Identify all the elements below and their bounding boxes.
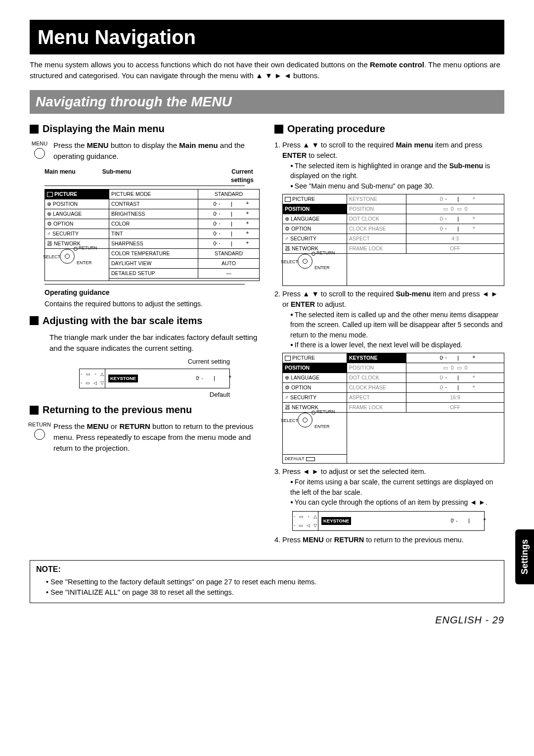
- main-menu-diagram: PICTURE ⊕POSITION ⊕LANGUAGE ⚙OPTION ♂SEC…: [44, 189, 260, 281]
- square-icon: [30, 125, 39, 134]
- side-tab-settings: Settings: [515, 529, 534, 584]
- note-1: See "Resetting to the factory default se…: [46, 577, 498, 587]
- section-heading: Navigating through the MENU: [30, 90, 504, 114]
- h1-text: Displaying the Main menu: [43, 122, 165, 136]
- adjusting-bar-heading: Adjusting with the bar scale items: [30, 314, 260, 328]
- note-heading: NOTE:: [36, 564, 498, 575]
- nav-select-label: SELECT: [43, 254, 60, 260]
- current-setting-annot: Current setting: [30, 357, 230, 367]
- step-3: Press ◄ ► to adjust or set the selected …: [282, 467, 504, 531]
- intro-text: The menu system allows you to access fun…: [30, 59, 504, 81]
- operating-guidance-text: Contains the required buttons to adjust …: [44, 299, 260, 309]
- current-settings-label: Current settings: [225, 168, 260, 185]
- page-footer: ENGLISH - 29: [30, 613, 504, 627]
- default-annot: Default: [30, 390, 230, 400]
- step-1: Press ▲ ▼ to scroll to the required Main…: [282, 140, 504, 286]
- operating-procedure-heading: Operating procedure: [274, 122, 504, 136]
- menu-label: MENU: [32, 140, 47, 148]
- nav-enter-label: ENTER: [77, 260, 92, 266]
- menu-diagram-2: PICTURE POSITION ⊕LANGUAGE ⚙OPTION ♂SECU…: [282, 353, 504, 464]
- return-text: Press the MENU or RETURN button to retur…: [53, 421, 260, 453]
- step-4: Press MENU or RETURN to return to the pr…: [282, 535, 504, 545]
- circle-icon: [34, 148, 45, 159]
- operating-guidance-heading: Operating guidance: [44, 288, 109, 296]
- left-column: Displaying the Main menu MENU Press the …: [30, 119, 260, 548]
- menu-left-panel: PICTURE ⊕POSITION ⊕LANGUAGE ⚙OPTION ♂SEC…: [45, 189, 109, 281]
- return-label: RETURN: [28, 421, 51, 429]
- keystone-mini: ◦▭◦△ ◦▭◁▽ KEYSTONE 0: [79, 369, 230, 388]
- menu-press-text: Press the MENU button to display the Mai…: [53, 140, 260, 162]
- intro-bold1: Remote control: [370, 60, 424, 69]
- menu-item-option: ⚙OPTION: [45, 219, 109, 229]
- menu-button-icon: MENU: [30, 140, 49, 159]
- menu-labels: Main menu Sub-menu Current settings: [44, 168, 260, 185]
- nav-guide: RETURN SELECT ENTER: [45, 249, 109, 281]
- menu-diagram-1: PICTURE POSITION ⊕LANGUAGE ⚙OPTION ♂SECU…: [282, 194, 504, 286]
- returning-heading: Returning to the previous menu: [30, 403, 260, 417]
- main-menu-label: Main menu: [44, 168, 76, 185]
- default-row: DEFAULT: [283, 454, 347, 463]
- displaying-main-menu-heading: Displaying the Main menu: [30, 122, 260, 136]
- menu-item-picture: PICTURE: [45, 189, 109, 199]
- sub-menu-label: Sub-menu: [102, 168, 132, 185]
- return-button-icon: RETURN: [30, 421, 49, 440]
- adjusting-bar-text: The triangle mark under the bar indicate…: [49, 332, 260, 354]
- menu-item-position: ⊕POSITION: [45, 199, 109, 209]
- step-2: Press ▲ ▼ to scroll to the required Sub-…: [282, 289, 504, 464]
- menu-right-panel: PICTURE MODESTANDARD CONTRAST0 BRIGHTNES…: [109, 189, 259, 281]
- footer-page: - 29: [486, 614, 504, 625]
- intro-part1: The menu system allows you to access fun…: [30, 60, 370, 69]
- keystone-mini-2: ◦▭◦△ ◦▭◁▽ KEYSTONE 0: [292, 511, 485, 531]
- menu-item-language: ⊕LANGUAGE: [45, 209, 109, 219]
- nav-return-label: RETURN: [79, 245, 97, 251]
- page-title: Menu Navigation: [30, 20, 504, 54]
- note-2: See "INITIALIZE ALL" on page 38 to reset…: [46, 587, 498, 598]
- note-box: NOTE: See "Resetting to the factory defa…: [30, 560, 504, 603]
- procedure-list: Press ▲ ▼ to scroll to the required Main…: [282, 140, 504, 545]
- footer-lang: ENGLISH: [435, 614, 482, 625]
- menu-item-security: ♂SECURITY: [45, 229, 109, 239]
- right-column: Operating procedure Press ▲ ▼ to scroll …: [274, 119, 504, 548]
